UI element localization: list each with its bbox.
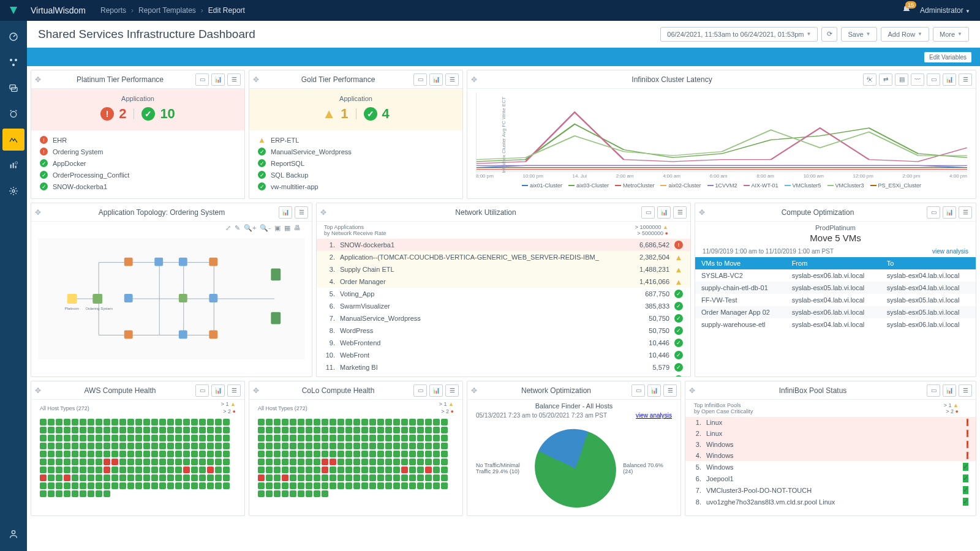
drag-handle-icon[interactable]: ✥ — [699, 208, 705, 217]
netutil-row[interactable]: 6.SwarmVisualizer385,833✓ — [317, 300, 690, 312]
netutil-row[interactable]: 12.ERP-ETL3,818✓ — [317, 373, 690, 377]
host-cell[interactable] — [127, 451, 134, 457]
host-cell[interactable] — [127, 459, 134, 465]
netutil-row[interactable]: 9.WebFrontend10,446✓ — [317, 337, 690, 349]
host-cell[interactable] — [345, 419, 352, 425]
host-cell[interactable] — [274, 435, 281, 441]
card-action-comment-icon[interactable]: ▭ — [927, 384, 940, 397]
host-cell[interactable] — [353, 474, 360, 481]
host-cell[interactable] — [290, 490, 296, 497]
host-cell[interactable] — [159, 427, 166, 433]
crumb-templates[interactable]: Report Templates — [138, 6, 196, 15]
drag-handle-icon[interactable]: ✥ — [471, 386, 477, 395]
brand-logo[interactable] — [0, 0, 27, 21]
host-cell[interactable] — [409, 451, 416, 457]
card-action-chart-icon[interactable]: 📊 — [211, 384, 225, 397]
host-cell[interactable] — [104, 443, 110, 449]
host-cell[interactable] — [96, 443, 102, 449]
netutil-row[interactable]: 8.WordPress50,750✓ — [317, 324, 690, 337]
host-cell[interactable] — [72, 435, 78, 441]
host-cell[interactable] — [298, 459, 304, 465]
host-cell[interactable] — [337, 482, 344, 489]
host-cell[interactable] — [223, 427, 230, 433]
host-cell[interactable] — [345, 467, 352, 473]
host-cell[interactable] — [215, 467, 222, 473]
host-cell[interactable] — [393, 451, 400, 457]
host-cell[interactable] — [119, 435, 126, 441]
host-cell[interactable] — [417, 435, 424, 441]
host-cell[interactable] — [290, 474, 296, 481]
host-cell[interactable] — [56, 443, 62, 449]
host-cell[interactable] — [337, 419, 344, 425]
host-cell[interactable] — [401, 435, 408, 441]
card-action-comment-icon[interactable]: ▭ — [413, 73, 427, 86]
host-cell[interactable] — [314, 451, 320, 457]
pool-row[interactable]: 7.VMCluster3-Pool-DO-NOT-TOUCH✓ — [685, 484, 976, 496]
host-cell[interactable] — [409, 474, 416, 481]
host-cell[interactable] — [80, 459, 86, 465]
host-cell[interactable] — [330, 443, 336, 449]
host-cell[interactable] — [425, 459, 432, 465]
host-cell[interactable] — [175, 474, 182, 481]
host-cell[interactable] — [72, 451, 78, 457]
drag-handle-icon[interactable]: ✥ — [689, 386, 695, 395]
host-cell[interactable] — [377, 435, 384, 441]
host-cell[interactable] — [183, 467, 190, 473]
topo-tool-zoomout-icon[interactable]: 🔍- — [260, 224, 271, 232]
host-cell[interactable] — [369, 427, 376, 433]
host-cell[interactable] — [96, 419, 102, 425]
host-cell[interactable] — [159, 482, 166, 489]
host-cell[interactable] — [143, 482, 150, 489]
host-cell[interactable] — [417, 419, 424, 425]
host-cell[interactable] — [56, 467, 62, 473]
host-cell[interactable] — [207, 435, 214, 441]
host-cell[interactable] — [199, 419, 206, 425]
host-cell[interactable] — [330, 474, 336, 481]
host-cell[interactable] — [282, 467, 288, 473]
host-cell[interactable] — [385, 435, 392, 441]
topo-tool-camera-icon[interactable]: ▦ — [284, 224, 290, 232]
host-cell[interactable] — [135, 459, 142, 465]
host-cell[interactable] — [127, 419, 134, 425]
host-cell[interactable] — [199, 427, 206, 433]
host-cell[interactable] — [433, 419, 440, 425]
vm-row[interactable]: supply-warehouse-etlsyslab-esx04.lab.vi.… — [695, 318, 976, 331]
host-cell[interactable] — [151, 419, 158, 425]
host-cell[interactable] — [64, 467, 70, 473]
card-action-comment-icon[interactable]: ▭ — [927, 73, 940, 86]
host-cell[interactable] — [183, 419, 190, 425]
host-cell[interactable] — [159, 459, 166, 465]
host-cell[interactable] — [417, 482, 424, 489]
host-cell[interactable] — [433, 474, 440, 481]
host-cell[interactable] — [258, 459, 265, 465]
host-cell[interactable] — [377, 451, 384, 457]
host-cell[interactable] — [377, 419, 384, 425]
host-cell[interactable] — [143, 451, 150, 457]
host-cell[interactable] — [353, 419, 360, 425]
host-cell[interactable] — [64, 482, 70, 489]
card-action-comment-icon[interactable]: ▭ — [195, 384, 209, 397]
host-cell[interactable] — [337, 467, 344, 473]
host-cell[interactable] — [345, 443, 352, 449]
host-cell[interactable] — [314, 443, 320, 449]
host-cell[interactable] — [167, 451, 174, 457]
host-cell[interactable] — [290, 451, 296, 457]
host-cell[interactable] — [215, 482, 222, 489]
host-cell[interactable] — [191, 443, 198, 449]
host-cell[interactable] — [96, 451, 102, 457]
host-cell[interactable] — [290, 467, 296, 473]
tier-app-item[interactable]: ✓vw-multitier-app — [258, 181, 454, 192]
host-cell[interactable] — [361, 443, 368, 449]
card-action-comment-icon[interactable]: ▭ — [631, 384, 645, 397]
host-cell[interactable] — [441, 482, 448, 489]
host-cell[interactable] — [361, 467, 368, 473]
host-cell[interactable] — [369, 467, 376, 473]
host-cell[interactable] — [322, 482, 328, 489]
host-cell[interactable] — [135, 435, 142, 441]
host-cell[interactable] — [151, 474, 158, 481]
host-cell[interactable] — [88, 490, 94, 497]
host-cell[interactable] — [337, 474, 344, 481]
host-cell[interactable] — [72, 443, 78, 449]
host-cell[interactable] — [409, 427, 416, 433]
host-cell[interactable] — [40, 419, 47, 425]
